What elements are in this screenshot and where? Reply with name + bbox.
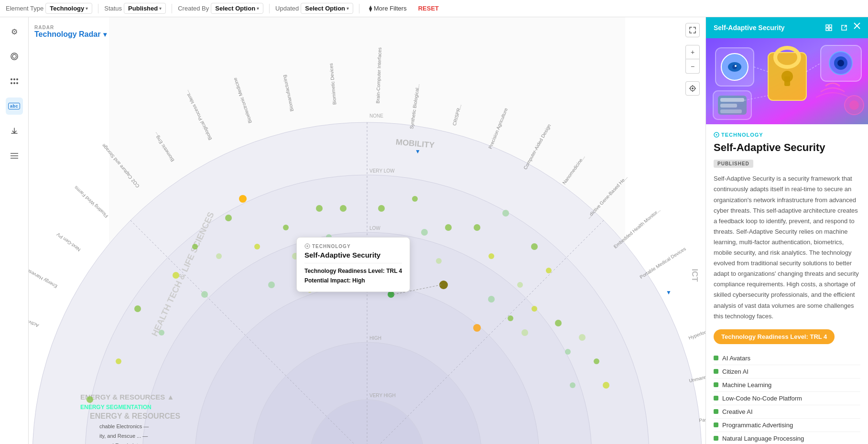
filter-bar: Element Type Technology ▾ Status Publish…: [0, 0, 868, 17]
panel-close-button[interactable]: [854, 22, 860, 33]
fullscreen-button[interactable]: [685, 23, 700, 37]
related-dot-icon: [714, 436, 718, 441]
radar-title[interactable]: Technology Radar ▾: [34, 30, 107, 39]
svg-rect-126: [826, 25, 828, 27]
svg-point-118: [532, 306, 537, 312]
trl-label: Technology Readiness Level:: [304, 268, 385, 274]
element-type-value: Technology: [50, 5, 84, 12]
sidebar-layers-icon[interactable]: [6, 48, 23, 65]
svg-point-83: [201, 291, 208, 298]
tooltip-name: Self-Adaptive Security: [304, 251, 402, 259]
radar-type-label: RADAR: [34, 25, 107, 30]
list-item[interactable]: Programmatic Advertising: [714, 419, 860, 432]
svg-point-98: [378, 205, 385, 212]
chevron-down-icon: ▾: [159, 6, 162, 11]
svg-point-77: [87, 396, 93, 403]
element-type-label: Element Type: [6, 5, 43, 12]
element-type-dropdown[interactable]: Technology ▾: [45, 3, 92, 14]
panel-expand-icon[interactable]: [823, 22, 835, 33]
more-filters-button[interactable]: ⧫ More Filters: [365, 3, 411, 13]
filter-icon: ⧫: [369, 5, 372, 12]
tooltip-type: TECHNOLOGY: [304, 243, 402, 249]
text-label: abc: [8, 103, 20, 109]
chevron-down-icon: ▾: [86, 6, 88, 11]
list-item[interactable]: Creative AI: [714, 405, 860, 419]
list-item[interactable]: Low-Code No-Code Platform: [714, 392, 860, 405]
svg-point-80: [159, 330, 164, 336]
radar-tooltip: TECHNOLOGY Self-Adaptive Security Techno…: [296, 237, 410, 292]
panel-trl-badge: Technology Readiness Level: TRL 4: [714, 329, 835, 344]
sidebar-download-icon[interactable]: [6, 122, 23, 140]
related-dot-icon: [714, 422, 718, 427]
locate-button[interactable]: [685, 81, 700, 96]
panel-image-background: [706, 38, 868, 124]
svg-point-108: [474, 224, 480, 231]
sidebar-text-icon[interactable]: abc: [6, 97, 23, 115]
panel-type-text: TECHNOLOGY: [721, 132, 763, 138]
svg-text:chable Electronics —: chable Electronics —: [99, 423, 149, 429]
svg-text:▼: ▼: [666, 289, 672, 296]
svg-point-106: [388, 291, 394, 298]
svg-rect-129: [829, 28, 832, 31]
list-item[interactable]: Citizen AI: [714, 365, 860, 379]
svg-text:▼: ▼: [415, 148, 421, 155]
updated-dropdown[interactable]: Select Option ▾: [301, 3, 353, 14]
svg-point-92: [316, 205, 323, 212]
svg-point-82: [192, 244, 198, 249]
svg-text:ity, and Rescue ... —: ity, and Rescue ... —: [99, 433, 148, 439]
svg-point-4: [16, 78, 18, 80]
svg-point-12: [692, 87, 694, 89]
svg-text:ENERGY SEGMENTATION: ENERGY SEGMENTATION: [80, 404, 152, 411]
svg-point-110: [502, 210, 509, 217]
list-item[interactable]: Machine Learning: [714, 379, 860, 392]
sidebar-list-icon[interactable]: [6, 147, 23, 164]
list-item[interactable]: AI Avatars: [714, 352, 860, 365]
svg-point-89: [283, 225, 289, 230]
svg-point-136: [732, 65, 737, 69]
status-label: Status: [104, 5, 122, 12]
svg-point-86: [239, 195, 247, 203]
trl-value-panel: TRL 4: [810, 333, 827, 340]
chevron-down-icon: ▾: [257, 6, 259, 11]
svg-point-111: [517, 282, 523, 288]
created-by-label: Created By: [178, 5, 209, 12]
svg-point-145: [837, 60, 844, 66]
svg-point-155: [849, 100, 859, 110]
svg-point-88: [268, 282, 275, 288]
created-by-dropdown[interactable]: Select Option ▾: [211, 3, 263, 14]
sidebar-gear-icon[interactable]: ⚙: [6, 23, 23, 40]
tooltip-meta: Technology Readiness Level: TRL 4 Potent…: [304, 266, 402, 286]
svg-text:HIGH: HIGH: [369, 336, 381, 341]
svg-point-5: [11, 82, 12, 84]
list-item[interactable]: Natural Language Processing: [714, 432, 860, 444]
related-dot-icon: [714, 382, 718, 387]
related-dot-icon: [714, 396, 718, 401]
svg-point-103: [436, 258, 442, 264]
zoom-in-button[interactable]: +: [685, 45, 700, 59]
svg-rect-141: [784, 76, 790, 86]
svg-point-119: [555, 320, 562, 326]
svg-text:Next-Gen PV: Next-Gen PV: [55, 232, 81, 253]
related-item-label: Natural Language Processing: [722, 435, 804, 442]
impact-value: High: [352, 277, 365, 284]
chevron-down-icon: ▾: [103, 31, 107, 38]
panel-main-title: Self-Adaptive Security: [714, 141, 860, 154]
panel-body: TECHNOLOGY Self-Adaptive Security PUBLIS…: [706, 124, 868, 444]
impact-label: Potential Impact:: [304, 277, 351, 284]
svg-point-101: [412, 196, 418, 202]
panel-status-badge: PUBLISHED: [714, 160, 753, 168]
svg-point-7: [16, 82, 18, 84]
tooltip-trl: Technology Readiness Level: TRL 4: [304, 266, 402, 276]
status-dropdown[interactable]: Published ▾: [124, 3, 166, 14]
svg-rect-149: [720, 104, 737, 108]
svg-point-87: [254, 244, 260, 249]
sidebar-dots-icon[interactable]: [6, 73, 23, 90]
reset-button[interactable]: RESET: [414, 3, 443, 13]
svg-point-115: [488, 296, 495, 303]
tooltip-divider: [304, 263, 402, 263]
svg-point-1: [12, 54, 16, 58]
zoom-out-button[interactable]: −: [685, 59, 700, 74]
related-item-label: AI Avatars: [722, 355, 750, 362]
svg-text:Active Energy Storage: Active Energy Storage: [29, 306, 40, 329]
panel-external-icon[interactable]: [838, 22, 850, 33]
